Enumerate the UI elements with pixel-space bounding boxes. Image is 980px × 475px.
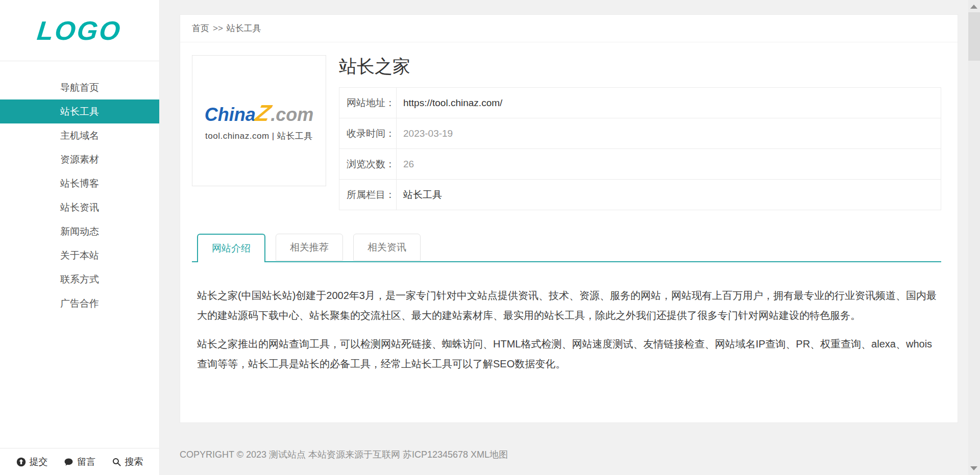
sidebar-item-4[interactable]: 站长博客 bbox=[0, 171, 159, 195]
site-field-label: 浏览次数： bbox=[339, 149, 397, 180]
site-info-column: 站长之家 网站地址：https://tool.chinaz.com/收录时间：2… bbox=[339, 55, 941, 210]
site-summary-section: ChinaZ.com tool.chinaz.com | 站长工具 站长之家 网… bbox=[192, 55, 941, 210]
site-field-row: 所属栏目：站长工具 bbox=[339, 180, 941, 210]
tab-bar: 网站介绍相关推荐相关资讯 bbox=[192, 234, 941, 262]
scroll-up-arrow-icon[interactable] bbox=[970, 5, 977, 9]
content-panel: 首页>>站长工具 ChinaZ.com tool.chinaz.com | 站长… bbox=[180, 14, 958, 423]
sidebar-action-label: 留言 bbox=[77, 456, 95, 468]
site-field-value: 2023-03-19 bbox=[397, 118, 941, 149]
main-content: 首页>>站长工具 ChinaZ.com tool.chinaz.com | 站长… bbox=[180, 0, 958, 461]
page-title: 站长之家 bbox=[339, 55, 941, 78]
chinaz-logo: ChinaZ.com bbox=[205, 100, 314, 127]
sidebar-item-3[interactable]: 资源素材 bbox=[0, 147, 159, 171]
sidebar-action-label: 搜索 bbox=[125, 456, 143, 468]
tab-item-2[interactable]: 相关资讯 bbox=[353, 234, 421, 261]
site-field-row: 网站地址：https://tool.chinaz.com/ bbox=[339, 88, 941, 118]
intro-paragraph: 站长之家推出的网站查询工具，可以检测网站死链接、蜘蛛访问、HTML格式检测、网站… bbox=[197, 334, 940, 374]
site-info-table: 网站地址：https://tool.chinaz.com/收录时间：2023-0… bbox=[339, 87, 941, 210]
sidebar-item-6[interactable]: 新闻动态 bbox=[0, 219, 159, 243]
chinaz-logo-text-main: China bbox=[205, 104, 256, 125]
site-field-value: 26 bbox=[397, 149, 941, 180]
logo-area: LOGO bbox=[0, 0, 159, 61]
sidebar-item-7[interactable]: 关于本站 bbox=[0, 243, 159, 267]
sidebar-item-9[interactable]: 广告合作 bbox=[0, 291, 159, 315]
sidebar-nav: 导航首页站长工具主机域名资源素材站长博客站长资讯新闻动态关于本站联系方式广告合作 bbox=[0, 76, 159, 315]
site-field-value: 站长工具 bbox=[397, 180, 941, 210]
site-field-value: https://tool.chinaz.com/ bbox=[397, 88, 941, 118]
intro-paragraph: 站长之家(中国站长站)创建于2002年3月，是一家专门针对中文站点提供资讯、技术… bbox=[197, 286, 940, 326]
scrollbar-thumb[interactable] bbox=[968, 12, 980, 61]
tab-item-1[interactable]: 相关推荐 bbox=[276, 234, 343, 261]
breadcrumb: 首页>>站长工具 bbox=[180, 15, 958, 42]
search-icon bbox=[112, 457, 121, 467]
site-field-label: 所属栏目： bbox=[339, 180, 397, 210]
sidebar-item-8[interactable]: 联系方式 bbox=[0, 267, 159, 291]
scroll-down-arrow-icon[interactable] bbox=[970, 466, 977, 470]
comment-icon bbox=[64, 457, 74, 467]
chinaz-logo-text-suffix: .com bbox=[271, 104, 313, 125]
tab-underline bbox=[192, 261, 941, 262]
sidebar-item-2[interactable]: 主机域名 bbox=[0, 123, 159, 147]
breadcrumb-home-link[interactable]: 首页 bbox=[192, 23, 209, 33]
tab-item-0[interactable]: 网站介绍 bbox=[197, 234, 265, 262]
site-logo[interactable]: LOGO bbox=[36, 15, 123, 46]
site-field-row: 浏览次数：26 bbox=[339, 149, 941, 180]
site-thumbnail-image[interactable]: ChinaZ.com tool.chinaz.com | 站长工具 bbox=[192, 55, 326, 186]
sidebar-action-0[interactable]: 提交 bbox=[16, 456, 48, 468]
site-field-label: 网站地址： bbox=[339, 88, 397, 118]
sidebar-action-2[interactable]: 搜索 bbox=[112, 456, 143, 468]
breadcrumb-current[interactable]: 站长工具 bbox=[227, 23, 261, 33]
sidebar-item-0[interactable]: 导航首页 bbox=[0, 76, 159, 99]
site-field-row: 收录时间：2023-03-19 bbox=[339, 118, 941, 149]
site-info-table-body: 网站地址：https://tool.chinaz.com/收录时间：2023-0… bbox=[339, 88, 941, 210]
breadcrumb-separator: >> bbox=[213, 23, 223, 33]
arrow-up-circle-icon bbox=[16, 457, 26, 467]
sidebar-action-bar: 提交留言搜索 bbox=[0, 448, 159, 475]
sidebar: LOGO 导航首页站长工具主机域名资源素材站长博客站长资讯新闻动态关于本站联系方… bbox=[0, 0, 160, 475]
sidebar-action-1[interactable]: 留言 bbox=[64, 456, 95, 468]
site-intro-content: 站长之家(中国站长站)创建于2002年3月，是一家专门针对中文站点提供资讯、技术… bbox=[192, 286, 941, 374]
scrollbar-track[interactable] bbox=[968, 0, 980, 475]
sidebar-item-5[interactable]: 站长资讯 bbox=[0, 195, 159, 219]
panel-body: ChinaZ.com tool.chinaz.com | 站长工具 站长之家 网… bbox=[180, 42, 958, 422]
footer-copyright: COPYRIGHT © 2023 测试站点 本站资源来源于互联网 苏ICP123… bbox=[180, 448, 958, 461]
chinaz-logo-caption: tool.chinaz.com | 站长工具 bbox=[205, 130, 313, 142]
sidebar-item-1[interactable]: 站长工具 bbox=[0, 99, 159, 123]
sidebar-action-label: 提交 bbox=[30, 456, 48, 468]
site-field-label: 收录时间： bbox=[339, 118, 397, 149]
